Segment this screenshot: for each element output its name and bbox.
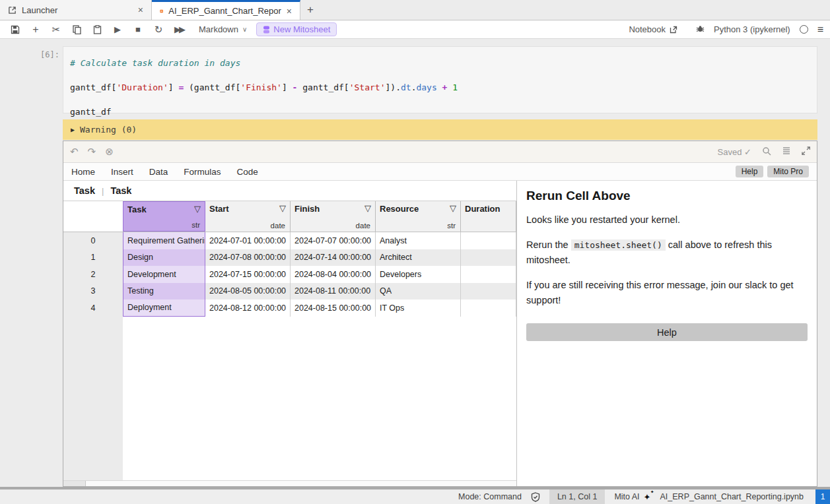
copy-icon[interactable]	[68, 24, 85, 35]
grid-body: 0Requirement Gathering2024-07-01 00:00:0…	[63, 232, 516, 317]
clear-icon[interactable]: ⊗	[105, 146, 114, 158]
cell-start[interactable]: 2024-07-08 00:00:00	[205, 249, 291, 267]
column-header-duration[interactable]: Duration	[461, 201, 516, 232]
cell-duration[interactable]	[461, 299, 516, 317]
notification-badge[interactable]: 1	[815, 489, 830, 504]
filter-icon[interactable]: ▽	[279, 203, 286, 213]
table-row: 1Design2024-07-08 00:00:002024-07-14 00:…	[63, 249, 516, 267]
fullscreen-icon[interactable]	[802, 146, 810, 157]
cell-duration[interactable]	[461, 249, 516, 267]
column-name: Duration	[465, 204, 512, 214]
filter-icon[interactable]: ▽	[450, 203, 456, 213]
tab-launcher[interactable]: Launcher ×	[0, 0, 152, 20]
warning-bar[interactable]: ▶ Warning (0)	[63, 119, 817, 140]
column-header-finish[interactable]: Finish▽date	[291, 201, 376, 232]
help-button[interactable]: Help	[526, 323, 808, 341]
sheet-empty-area	[63, 317, 516, 481]
cell-task[interactable]: Design	[123, 249, 205, 267]
save-icon[interactable]	[7, 24, 24, 35]
cell-resource[interactable]: QA	[376, 283, 461, 300]
row-index-cell[interactable]: 4	[63, 299, 123, 317]
mito-menu-bar: HomeInsertDataFormulasCode Help Mito Pro	[63, 163, 817, 181]
cell-start[interactable]: 2024-07-01 00:00:00	[205, 232, 291, 249]
close-icon[interactable]: ×	[287, 6, 292, 16]
cut-icon[interactable]: ✂	[48, 24, 65, 36]
shield-check-icon[interactable]	[531, 492, 540, 502]
search-icon[interactable]	[762, 146, 771, 158]
table-row: 0Requirement Gathering2024-07-01 00:00:0…	[63, 232, 516, 249]
undo-icon[interactable]: ↶	[70, 146, 79, 158]
cell-finish[interactable]: 2024-07-14 00:00:00	[291, 249, 376, 267]
cell-resource[interactable]: Developers	[376, 266, 461, 283]
cell-task[interactable]: Development	[123, 266, 205, 283]
cell-finish[interactable]: 2024-08-04 00:00:00	[291, 266, 376, 283]
menu-item-insert[interactable]: Insert	[111, 167, 133, 177]
run-icon[interactable]: ▶	[109, 24, 126, 34]
restart-run-all-icon[interactable]: ▶▶	[170, 24, 188, 34]
restart-kernel-icon[interactable]: ↻	[150, 24, 167, 36]
filter-icon[interactable]: ▽	[364, 203, 371, 213]
mito-pro-button[interactable]: Mito Pro	[767, 166, 809, 177]
menu-item-formulas[interactable]: Formulas	[184, 167, 221, 177]
new-mitosheet-button[interactable]: New Mitosheet	[256, 22, 337, 36]
cell-finish[interactable]: 2024-08-11 00:00:00	[291, 283, 376, 300]
redo-icon[interactable]: ↷	[88, 146, 96, 158]
row-index-cell[interactable]: 1	[63, 249, 123, 267]
cell-duration[interactable]	[461, 283, 516, 300]
crumb-column: Task	[110, 185, 131, 196]
cell-start[interactable]: 2024-07-15 00:00:00	[205, 266, 291, 283]
column-header-resource[interactable]: Resource▽str	[376, 201, 461, 232]
new-tab-button[interactable]: +	[300, 0, 320, 20]
cell-task[interactable]: Deployment	[123, 299, 205, 317]
code-cell[interactable]: # Calculate task duration in days gantt_…	[63, 46, 817, 113]
add-cell-icon[interactable]: +	[27, 24, 44, 36]
cell-resource[interactable]: Architect	[376, 249, 461, 267]
data-grid: Task▽strStart▽dateFinish▽dateResource▽st…	[63, 201, 516, 317]
debugger-icon[interactable]	[696, 24, 705, 35]
horizontal-scrollbar[interactable]	[63, 480, 516, 486]
table-row: 2Development2024-07-15 00:00:002024-08-0…	[63, 266, 516, 283]
cell-start[interactable]: 2024-08-05 00:00:00	[205, 283, 291, 300]
column-dtype: str	[191, 221, 200, 229]
column-name: Start	[209, 204, 286, 214]
tab-notebook[interactable]: AI_ERP_Gannt_Chart_Repor ×	[152, 0, 300, 20]
mito-ai-status[interactable]: Mito AI ✦	[614, 492, 650, 502]
column-header-task[interactable]: Task▽str	[123, 201, 205, 232]
row-index-cell[interactable]: 2	[63, 266, 123, 283]
row-index-cell[interactable]: 0	[63, 232, 123, 249]
notebook-toolbar: + ✂ ▶ ■ ↻ ▶▶ Markdown ∨ New Mitosheet No…	[0, 20, 830, 39]
column-dtype: str	[447, 222, 456, 230]
notebook-link[interactable]: Notebook	[629, 24, 677, 34]
cell-task[interactable]: Testing	[123, 283, 205, 300]
help-menu-button[interactable]: Help	[736, 166, 764, 177]
kernel-status-icon	[800, 25, 808, 34]
cell-duration[interactable]	[461, 266, 516, 283]
menu-item-code[interactable]: Code	[237, 167, 258, 177]
jupyterlab-window: Launcher × AI_ERP_Gannt_Chart_Repor × + …	[0, 0, 830, 504]
cell-resource[interactable]: IT Ops	[376, 299, 461, 317]
rows-icon[interactable]	[782, 146, 791, 157]
scrollbar-thumb[interactable]	[63, 481, 86, 486]
close-icon[interactable]: ×	[138, 5, 143, 15]
menu-icon[interactable]: ≡	[817, 24, 823, 36]
cell-type-select[interactable]: Markdown ∨	[199, 24, 247, 34]
mitosheet: ↶ ↷ ⊗ Saved ✓ HomeInsertDataFormulasCode…	[63, 141, 817, 487]
menu-item-home[interactable]: Home	[71, 167, 95, 177]
rerun-panel: Rerun Cell Above Looks like you restarte…	[516, 181, 817, 486]
paste-icon[interactable]	[88, 24, 106, 35]
cell-duration[interactable]	[461, 232, 516, 249]
menu-item-data[interactable]: Data	[149, 167, 168, 177]
cell-finish[interactable]: 2024-08-15 00:00:00	[291, 299, 376, 317]
filter-icon[interactable]: ▽	[194, 204, 201, 214]
cursor-position[interactable]: Ln 1, Col 1	[549, 489, 605, 504]
column-header-start[interactable]: Start▽date	[205, 201, 291, 232]
stop-icon[interactable]: ■	[129, 24, 147, 34]
row-index-cell[interactable]: 3	[63, 283, 123, 300]
cell-task[interactable]: Requirement Gathering	[123, 232, 205, 249]
execution-prompt: [6]:	[5, 50, 59, 59]
cell-finish[interactable]: 2024-07-07 00:00:00	[291, 232, 376, 249]
kernel-name[interactable]: Python 3 (ipykernel)	[714, 24, 790, 34]
chevron-down-icon: ∨	[242, 26, 247, 33]
cell-start[interactable]: 2024-08-12 00:00:00	[205, 299, 291, 317]
cell-resource[interactable]: Analyst	[376, 232, 461, 249]
